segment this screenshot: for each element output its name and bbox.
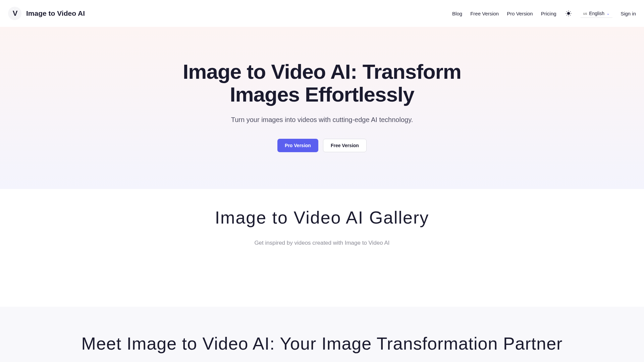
partner-section: Meet Image to Video AI: Your Image Trans… [0, 307, 644, 362]
language-label: English [589, 11, 604, 16]
gallery-subtitle: Get inspired by videos created with Imag… [13, 240, 631, 246]
gallery-section: Image to Video AI Gallery Get inspired b… [0, 189, 644, 307]
logo-badge: V [8, 7, 21, 20]
free-version-button[interactable]: Free Version [323, 139, 367, 152]
language-prefix: us [583, 11, 587, 15]
gallery-title: Image to Video AI Gallery [13, 207, 631, 228]
theme-toggle-button[interactable] [565, 9, 573, 17]
sign-in-button[interactable]: Sign in [621, 11, 636, 16]
svg-line-7 [567, 15, 567, 15]
chevron-down-icon: ⌄ [606, 11, 610, 16]
sun-icon [565, 10, 572, 17]
nav-section: Blog Free Version Pro Version Pricing us… [452, 9, 636, 18]
nav-blog[interactable]: Blog [452, 11, 462, 16]
svg-point-0 [567, 12, 570, 15]
header: V Image to Video AI Blog Free Version Pr… [0, 0, 644, 27]
pro-version-button[interactable]: Pro Version [277, 139, 318, 152]
svg-line-3 [567, 11, 567, 12]
logo-text: Image to Video AI [26, 9, 85, 17]
hero-section: Image to Video AI: Transform Images Effo… [0, 27, 644, 189]
partner-title: Meet Image to Video AI: Your Image Trans… [13, 334, 631, 354]
svg-line-4 [570, 15, 570, 15]
nav-pricing[interactable]: Pricing [541, 11, 556, 16]
language-selector[interactable]: us English ⌄ [581, 9, 613, 18]
logo-v-icon: V [13, 9, 17, 18]
svg-line-8 [570, 11, 570, 12]
hero-buttons: Pro Version Free Version [13, 139, 631, 152]
hero-subtitle: Turn your images into videos with cuttin… [13, 116, 631, 124]
logo-section[interactable]: V Image to Video AI [8, 7, 85, 20]
nav-free-version[interactable]: Free Version [470, 11, 499, 16]
nav-pro-version[interactable]: Pro Version [507, 11, 533, 16]
hero-title: Image to Video AI: Transform Images Effo… [171, 60, 473, 106]
